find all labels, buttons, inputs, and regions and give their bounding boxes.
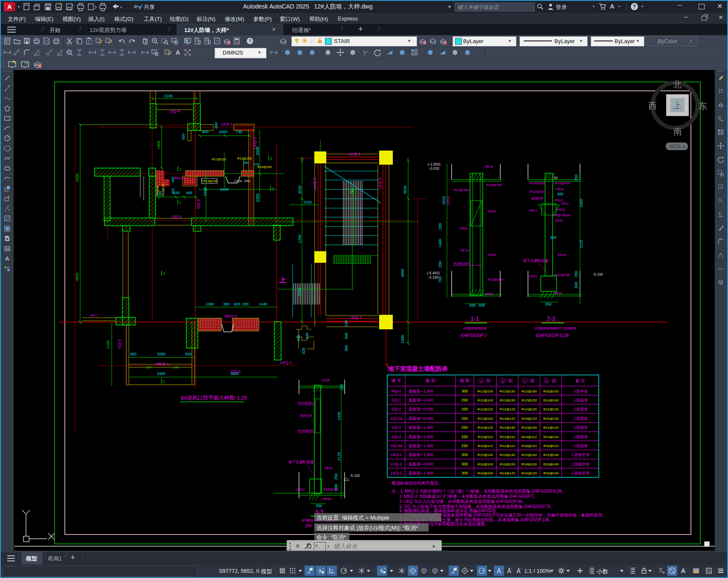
svg-text:1: 1 bbox=[179, 200, 181, 205]
svg-text:Φ12@150: Φ12@150 bbox=[530, 190, 545, 194]
svg-text:底板顶~-0.030: 底板顶~-0.030 bbox=[409, 407, 433, 411]
svg-text:2460: 2460 bbox=[220, 187, 229, 192]
svg-text:Φ14@120: Φ14@120 bbox=[499, 417, 515, 421]
svg-text:350: 350 bbox=[223, 302, 229, 306]
svg-text:GQ-4: GQ-4 bbox=[392, 435, 401, 439]
svg-text:300: 300 bbox=[461, 462, 468, 466]
svg-text:-5.150: -5.150 bbox=[428, 275, 438, 279]
svg-text:2100: 2100 bbox=[164, 94, 173, 98]
svg-text:Φ12@140: Φ12@140 bbox=[477, 453, 493, 457]
svg-text:底板顶~-1.500: 底板顶~-1.500 bbox=[409, 389, 433, 393]
svg-text:Φ12@140: Φ12@140 bbox=[543, 453, 559, 457]
svg-text:c: c bbox=[524, 379, 526, 383]
svg-text:Φ8@06: Φ8@06 bbox=[156, 186, 159, 195]
svg-text:Φ12@100: Φ12@100 bbox=[554, 181, 570, 185]
svg-text:人防临空墙: 人防临空墙 bbox=[571, 471, 589, 475]
svg-text:4Φ18: 4Φ18 bbox=[487, 209, 496, 213]
svg-text:650: 650 bbox=[130, 352, 136, 356]
svg-text:4800: 4800 bbox=[75, 273, 79, 281]
svg-text:A: A bbox=[176, 49, 180, 56]
svg-text:2: 2 bbox=[163, 379, 165, 383]
svg-text:人防外墙: 人防外墙 bbox=[573, 389, 588, 393]
svg-text:▾: ▾ bbox=[683, 145, 685, 149]
svg-text:Φ16@100: Φ16@100 bbox=[499, 462, 515, 466]
svg-text:1425: 1425 bbox=[303, 200, 312, 204]
svg-text:Φ12@150: Φ12@150 bbox=[521, 389, 537, 393]
svg-text:Φ14@200: Φ14@200 bbox=[257, 165, 272, 169]
svg-text:底板顶~-1.500: 底板顶~-1.500 bbox=[409, 444, 433, 448]
svg-text:300: 300 bbox=[171, 188, 175, 194]
svg-text:永明配筋梅每建筑尺寸选用图集: 永明配筋梅每建筑尺寸选用图集 bbox=[534, 327, 576, 330]
svg-text:Φ12@120: Φ12@120 bbox=[543, 426, 559, 430]
svg-text:2000: 2000 bbox=[157, 352, 165, 356]
svg-text:Φ12@150: Φ12@150 bbox=[237, 157, 252, 160]
svg-text:250: 250 bbox=[334, 473, 338, 480]
svg-text:3100: 3100 bbox=[297, 288, 302, 296]
svg-text:2Φ16: 2Φ16 bbox=[459, 227, 468, 230]
svg-text:250: 250 bbox=[461, 407, 468, 411]
svg-text:400: 400 bbox=[479, 303, 485, 308]
svg-text:人防临空墙: 人防临空墙 bbox=[571, 453, 589, 457]
svg-text:地下室混凝土墙配筋表: 地下室混凝土墙配筋表 bbox=[388, 365, 448, 372]
svg-text:MKQ-2: MKQ-2 bbox=[224, 314, 237, 318]
svg-text:3125: 3125 bbox=[322, 378, 330, 382]
svg-text:1000: 1000 bbox=[219, 130, 227, 134]
svg-text:?: ? bbox=[633, 4, 636, 10]
svg-text:1700: 1700 bbox=[298, 235, 302, 243]
svg-text:Φ12@120: Φ12@120 bbox=[477, 407, 493, 411]
svg-text:东: 东 bbox=[699, 101, 707, 110]
svg-text:900: 900 bbox=[344, 333, 348, 339]
svg-text:GQ-3: GQ-3 bbox=[171, 214, 181, 219]
svg-text:Φ18@110: Φ18@110 bbox=[543, 444, 559, 448]
svg-text:注：1. MKQ-1 为防护密闭门（活门槛）门框墙，未明配筋: 注：1. MKQ-1 为防护密闭门（活门槛）门框墙，未明配筋及构造选用图集 (0… bbox=[392, 489, 566, 494]
svg-text:5Φ16: 5Φ16 bbox=[323, 497, 331, 501]
svg-text:620: 620 bbox=[302, 348, 306, 354]
svg-text:240: 240 bbox=[146, 366, 151, 369]
svg-text:WP-1: WP-1 bbox=[90, 314, 99, 317]
svg-text:Φ12@120: Φ12@120 bbox=[543, 407, 559, 411]
svg-text:200: 200 bbox=[438, 261, 442, 267]
svg-text:3020: 3020 bbox=[403, 186, 407, 194]
svg-text:GQ-2a: GQ-2a bbox=[390, 416, 402, 421]
svg-text:2Φ12: 2Φ12 bbox=[296, 488, 305, 491]
svg-text:1Φ16: 1Φ16 bbox=[234, 179, 242, 183]
svg-text:GQ-2: GQ-2 bbox=[231, 369, 241, 374]
svg-text:MKQ-1: MKQ-1 bbox=[156, 361, 169, 366]
svg-text:600: 600 bbox=[202, 130, 209, 134]
svg-text:Φ14@150: Φ14@150 bbox=[453, 188, 469, 192]
svg-text:筋: 筋 bbox=[531, 378, 535, 383]
svg-text:250: 250 bbox=[461, 416, 468, 421]
svg-text:1440: 1440 bbox=[259, 302, 267, 306]
svg-text:300: 300 bbox=[461, 453, 468, 457]
svg-text:650: 650 bbox=[185, 352, 191, 356]
svg-text:地下无梁时设置: 地下无梁时设置 bbox=[288, 460, 314, 464]
svg-text:3Φ6: 3Φ6 bbox=[244, 179, 250, 183]
svg-text:Φ14@200: Φ14@200 bbox=[487, 278, 503, 282]
svg-text:备 注: 备 注 bbox=[575, 378, 585, 383]
svg-text:上: 上 bbox=[279, 276, 286, 284]
svg-text:300: 300 bbox=[557, 192, 563, 196]
svg-text:人防隔墙: 人防隔墙 bbox=[573, 444, 588, 448]
svg-text:GQ-2: GQ-2 bbox=[196, 199, 200, 209]
svg-text:240: 240 bbox=[344, 320, 348, 327]
svg-text:3Φ16: 3Φ16 bbox=[324, 466, 333, 470]
svg-text:240: 240 bbox=[174, 366, 179, 369]
svg-text:2100: 2100 bbox=[106, 340, 110, 349]
svg-text:1290: 1290 bbox=[206, 302, 214, 306]
svg-text:2460: 2460 bbox=[203, 187, 207, 196]
svg-text:西: 西 bbox=[648, 101, 657, 110]
svg-text:2495: 2495 bbox=[579, 199, 583, 207]
svg-text:人防隔墙: 人防隔墙 bbox=[573, 407, 588, 411]
svg-text:底板顶~-0.030: 底板顶~-0.030 bbox=[409, 416, 433, 421]
svg-text:2Φ12: 2Φ12 bbox=[561, 202, 568, 205]
svg-text:南: 南 bbox=[673, 127, 682, 136]
svg-text:376: 376 bbox=[254, 163, 259, 166]
svg-text:Φ14@100: Φ14@100 bbox=[530, 181, 545, 185]
svg-text:Φ12@140: Φ12@140 bbox=[521, 453, 537, 457]
svg-text:Φ14@110: Φ14@110 bbox=[543, 435, 559, 439]
svg-text:3Φ16: 3Φ16 bbox=[557, 253, 566, 257]
svg-text:4600: 4600 bbox=[400, 269, 405, 277]
svg-text:LKQ-3: LKQ-3 bbox=[391, 471, 402, 475]
svg-text:Φ12@110: Φ12@110 bbox=[499, 435, 515, 439]
svg-text:GQ-4a: GQ-4a bbox=[390, 444, 402, 448]
